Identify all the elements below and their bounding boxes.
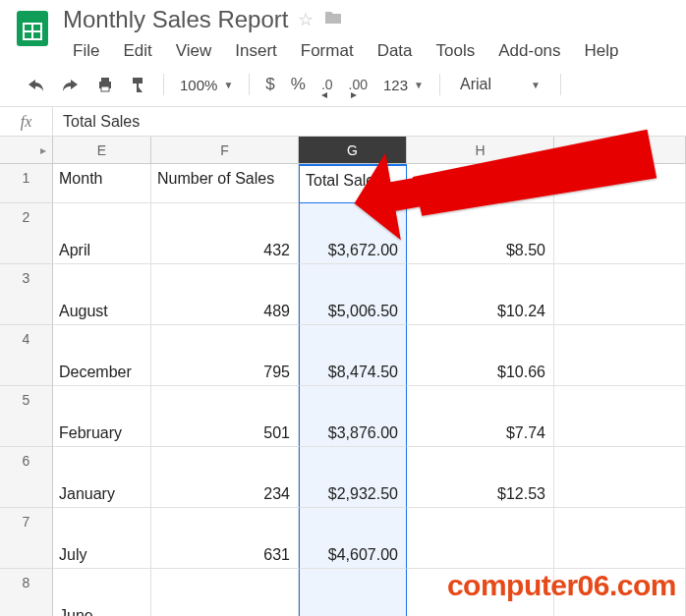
column-header-E[interactable]: E — [53, 137, 151, 164]
cell[interactable] — [554, 508, 686, 569]
cell[interactable]: $10.66 — [407, 325, 554, 386]
row-header[interactable]: 8 — [0, 569, 53, 616]
separator — [560, 74, 561, 95]
paint-format-icon[interactable] — [124, 72, 153, 97]
cell[interactable] — [299, 569, 407, 616]
cell[interactable]: $5,006.50 — [299, 264, 407, 325]
menu-edit[interactable]: Edit — [113, 37, 161, 65]
column-header-H[interactable]: H — [407, 137, 554, 164]
svg-rect-6 — [101, 86, 109, 91]
sheets-logo — [12, 8, 53, 49]
cell[interactable]: 234 — [151, 447, 299, 508]
svg-rect-5 — [101, 78, 109, 82]
table-row: August 489 $5,006.50 $10.24 — [53, 264, 686, 325]
cell[interactable]: August — [53, 264, 151, 325]
separator — [249, 74, 250, 95]
cell[interactable]: $4,607.00 — [299, 508, 407, 569]
cell[interactable]: $8.50 — [407, 203, 554, 264]
menu-help[interactable]: Help — [575, 37, 629, 65]
menu-insert[interactable]: Insert — [225, 37, 287, 65]
cell[interactable]: $8,474.50 — [299, 325, 407, 386]
folder-icon[interactable] — [323, 10, 343, 30]
cell[interactable]: $10.24 — [407, 264, 554, 325]
zoom-value: 100% — [180, 77, 217, 93]
cell[interactable]: 631 — [151, 508, 299, 569]
star-icon[interactable]: ☆ — [298, 9, 314, 30]
font-select[interactable]: Arial ▼ — [450, 76, 550, 93]
redo-icon[interactable] — [55, 73, 86, 96]
cell[interactable]: Total Sales — [299, 164, 407, 203]
separator — [163, 74, 164, 95]
document-title[interactable]: Monthly Sales Report — [63, 6, 288, 33]
row-header[interactable]: 2 — [0, 203, 53, 264]
cell[interactable]: 501 — [151, 386, 299, 447]
cell[interactable]: December — [53, 325, 151, 386]
menu-file[interactable]: File — [63, 37, 109, 65]
chevron-down-icon: ▼ — [223, 80, 233, 90]
chevron-down-icon: ▼ — [414, 80, 424, 90]
chevron-down-icon: ▼ — [531, 80, 541, 90]
app-header: Monthly Sales Report ☆ File Edit View In… — [0, 0, 686, 65]
cell[interactable]: 489 — [151, 264, 299, 325]
number-format-select[interactable]: 123 ▼ — [377, 77, 429, 93]
cell[interactable] — [554, 325, 686, 386]
cell[interactable]: $3,672.00 — [299, 203, 407, 264]
menu-format[interactable]: Format — [291, 37, 364, 65]
increase-decimal-button[interactable]: .00 — [343, 73, 373, 96]
watermark: computer06.com — [447, 569, 676, 602]
table-row: February 501 $3,876.00 $7.74 — [53, 386, 686, 447]
toolbar: 100% ▼ $ % .0 .00 123 ▼ Arial ▼ — [0, 65, 686, 107]
percent-button[interactable]: % — [285, 71, 312, 98]
zoom-select[interactable]: 100% ▼ — [174, 77, 239, 93]
decrease-decimal-button[interactable]: .0 — [315, 73, 339, 96]
fx-label: fx — [0, 107, 53, 136]
cell[interactable] — [407, 164, 554, 203]
cell[interactable]: February — [53, 386, 151, 447]
row-header[interactable]: 7 — [0, 508, 53, 569]
formula-bar: fx — [0, 107, 686, 137]
cell[interactable]: 795 — [151, 325, 299, 386]
print-icon[interactable] — [90, 72, 120, 97]
currency-button[interactable]: $ — [259, 71, 280, 98]
cell[interactable] — [554, 164, 686, 203]
cell[interactable]: July — [53, 508, 151, 569]
row-header[interactable]: 6 — [0, 447, 53, 508]
cell[interactable] — [151, 569, 299, 616]
cell[interactable] — [554, 203, 686, 264]
undo-icon[interactable] — [20, 73, 51, 96]
cell[interactable]: $2,932.50 — [299, 447, 407, 508]
cell[interactable]: January — [53, 447, 151, 508]
table-row: April 432 $3,672.00 $8.50 — [53, 203, 686, 264]
menu-data[interactable]: Data — [368, 37, 423, 65]
column-header-I[interactable]: I — [554, 137, 686, 164]
row-header[interactable]: 4 — [0, 325, 53, 386]
cell[interactable] — [554, 447, 686, 508]
cell[interactable] — [554, 264, 686, 325]
column-header-F[interactable]: F — [151, 137, 299, 164]
menu-addons[interactable]: Add-ons — [488, 37, 570, 65]
menu-bar: File Edit View Insert Format Data Tools … — [63, 37, 678, 65]
cell[interactable]: April — [53, 203, 151, 264]
menu-tools[interactable]: Tools — [427, 37, 486, 65]
cell[interactable]: 432 — [151, 203, 299, 264]
formula-input[interactable] — [53, 107, 686, 136]
table-row: December 795 $8,474.50 $10.66 — [53, 325, 686, 386]
table-row: January 234 $2,932.50 $12.53 — [53, 447, 686, 508]
table-row: Month Number of Sales Total Sales — [53, 164, 686, 203]
cell[interactable]: $3,876.00 — [299, 386, 407, 447]
cell[interactable]: Number of Sales — [151, 164, 299, 203]
cell[interactable]: Month — [53, 164, 151, 203]
cell[interactable]: $12.53 — [407, 447, 554, 508]
row-header[interactable]: 5 — [0, 386, 53, 447]
cell[interactable] — [554, 386, 686, 447]
menu-view[interactable]: View — [166, 37, 222, 65]
arrow-right-icon: ▸ — [40, 143, 46, 157]
row-header[interactable]: 1 — [0, 164, 53, 203]
cell[interactable]: June — [53, 569, 151, 616]
cell[interactable]: $7.74 — [407, 386, 554, 447]
select-all-corner[interactable]: ▸ — [0, 137, 53, 164]
cell[interactable] — [407, 508, 554, 569]
row-header[interactable]: 3 — [0, 264, 53, 325]
column-header-G[interactable]: G — [299, 137, 407, 164]
separator — [439, 74, 440, 95]
